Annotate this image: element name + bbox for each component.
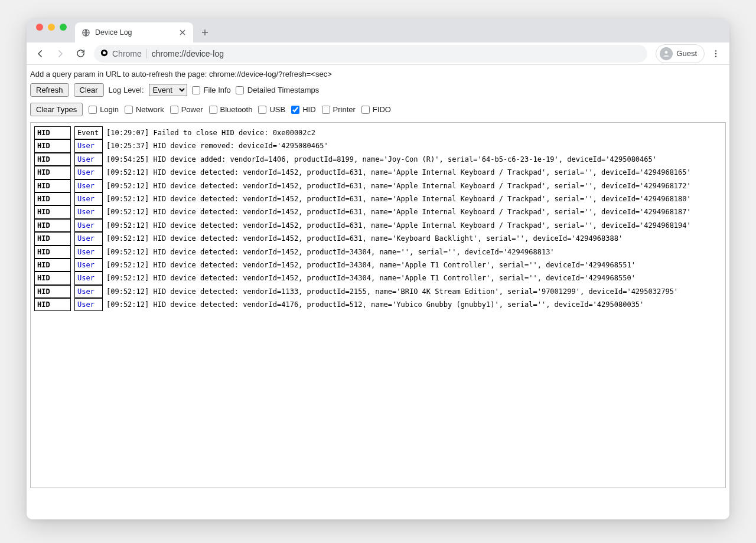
file-info-checkbox[interactable] [192, 86, 200, 94]
log-level-chip: User [74, 153, 103, 166]
log-category-chip: HID [34, 246, 71, 259]
log-row: HIDUser[09:52:12] HID device detected: v… [34, 285, 722, 298]
log-category-chip: HID [34, 232, 71, 245]
type-filter-label: Power [181, 105, 203, 114]
log-list[interactable]: HIDEvent[10:29:07] Failed to close HID d… [30, 122, 726, 488]
type-filter-checkbox-hid[interactable] [291, 106, 299, 114]
log-level-chip: User [74, 205, 103, 218]
minimize-window-button[interactable] [48, 24, 55, 31]
type-filter-printer[interactable]: Printer [322, 105, 356, 114]
clear-button[interactable]: Clear [74, 83, 104, 97]
type-filter-checkbox-printer[interactable] [322, 106, 330, 114]
tab-title: Device Log [95, 28, 173, 37]
chrome-icon [100, 48, 109, 59]
log-category-chip: HID [34, 166, 71, 179]
log-category-chip: HID [34, 272, 71, 284]
reload-button[interactable] [71, 45, 89, 63]
log-message: [09:52:12] HID device detected: vendorId… [106, 166, 691, 178]
log-row: HIDUser[09:52:12] HID device detected: v… [34, 192, 722, 205]
browser-tab[interactable]: Device Log [75, 22, 193, 42]
detailed-timestamps-toggle[interactable]: Detailed Timestamps [236, 86, 319, 94]
controls-row: Refresh Clear Log Level: EventUserDebugE… [30, 81, 726, 99]
log-message: [09:52:12] HID device detected: vendorId… [106, 259, 636, 271]
fullscreen-window-button[interactable] [60, 24, 67, 31]
log-message: [09:52:12] HID device detected: vendorId… [106, 233, 623, 244]
omnibox-chip-label: Chrome [112, 49, 142, 58]
close-window-button[interactable] [36, 24, 43, 31]
back-button[interactable] [31, 45, 49, 63]
log-category-chip: HID [34, 259, 71, 272]
log-category-chip: HID [34, 205, 71, 218]
log-message: [09:52:12] HID device detected: vendorId… [106, 286, 678, 297]
detailed-timestamps-checkbox[interactable] [236, 86, 244, 94]
type-filter-label: Login [100, 105, 119, 114]
log-row: HIDUser[09:52:12] HID device detected: v… [34, 272, 722, 284]
log-category-chip: HID [34, 298, 71, 311]
type-filter-checkbox-login[interactable] [89, 106, 97, 114]
omnibox-url: chrome://device-log [152, 49, 224, 58]
clear-types-button[interactable]: Clear Types [30, 103, 83, 116]
svg-point-6 [715, 55, 716, 57]
type-filter-bluetooth[interactable]: Bluetooth [209, 105, 253, 114]
svg-point-3 [665, 51, 668, 54]
log-message: [09:52:12] HID device detected: vendorId… [106, 246, 555, 258]
type-filter-checkbox-power[interactable] [170, 106, 178, 114]
log-category-chip: HID [34, 285, 71, 298]
type-filter-label: Bluetooth [220, 105, 253, 114]
log-level-select[interactable]: EventUserDebugError [149, 84, 187, 96]
log-row: HIDUser[09:52:12] HID device detected: v… [34, 219, 722, 232]
type-filter-label: USB [269, 105, 285, 114]
log-row: HIDUser[10:25:37] HID device removed: de… [34, 139, 722, 152]
type-filter-label: HID [302, 105, 315, 114]
log-row: HIDUser[09:54:25] HID device added: vend… [34, 153, 722, 166]
browser-window: Device Log Chrome chrome: [27, 19, 729, 519]
profile-chip[interactable]: Guest [656, 44, 705, 63]
log-message: [09:52:12] HID device detected: vendorId… [106, 206, 691, 218]
log-level-chip: User [74, 166, 103, 179]
log-message: [09:52:12] HID device detected: vendorId… [106, 180, 691, 192]
overflow-menu-button[interactable] [707, 45, 725, 63]
log-message: [09:52:12] HID device detected: vendorId… [106, 220, 691, 231]
new-tab-button[interactable] [197, 24, 213, 41]
type-filter-power[interactable]: Power [170, 105, 203, 114]
log-category-chip: HID [34, 179, 71, 192]
log-level-chip: User [74, 285, 103, 298]
log-level-chip: User [74, 219, 103, 232]
refresh-button[interactable]: Refresh [30, 83, 69, 97]
log-level-chip: User [74, 232, 103, 245]
log-level-chip: Event [74, 126, 103, 139]
log-message: [10:29:07] Failed to close HID device: 0… [106, 127, 315, 139]
refresh-hint: Add a query param in URL to auto-refresh… [30, 68, 726, 81]
svg-point-5 [715, 53, 716, 54]
type-filter-fido[interactable]: FIDO [361, 105, 391, 114]
type-filter-hid[interactable]: HID [291, 105, 315, 114]
type-filter-label: FIDO [373, 105, 391, 114]
address-bar[interactable]: Chrome chrome://device-log [94, 45, 647, 63]
log-message: [10:25:37] HID device removed: deviceId=… [106, 140, 328, 152]
page-content: Add a query param in URL to auto-refresh… [27, 65, 729, 519]
type-filter-usb[interactable]: USB [258, 105, 285, 114]
log-message: [09:52:12] HID device detected: vendorId… [106, 272, 636, 284]
svg-point-4 [715, 50, 716, 51]
log-level-label: Log Level: [109, 86, 144, 94]
log-level-chip: User [74, 139, 103, 152]
log-row: HIDUser[09:52:12] HID device detected: v… [34, 179, 722, 192]
file-info-toggle[interactable]: File Info [192, 86, 231, 94]
forward-button[interactable] [51, 45, 69, 63]
type-filter-checkbox-usb[interactable] [258, 106, 266, 114]
log-row: HIDUser[09:52:12] HID device detected: v… [34, 205, 722, 218]
type-filter-login[interactable]: Login [89, 105, 119, 114]
globe-icon [81, 28, 90, 37]
type-filter-checkbox-fido[interactable] [361, 106, 370, 114]
log-category-chip: HID [34, 139, 71, 152]
type-filter-checkbox-bluetooth[interactable] [209, 106, 217, 114]
close-tab-button[interactable] [178, 28, 187, 37]
type-filter-network[interactable]: Network [125, 105, 164, 114]
log-level-chip: User [74, 272, 103, 284]
type-filter-label: Network [136, 105, 164, 114]
omnibox-separator [146, 49, 147, 58]
log-category-chip: HID [34, 219, 71, 232]
site-chip: Chrome [100, 48, 142, 59]
log-level-chip: User [74, 179, 103, 192]
type-filter-checkbox-network[interactable] [125, 106, 133, 114]
